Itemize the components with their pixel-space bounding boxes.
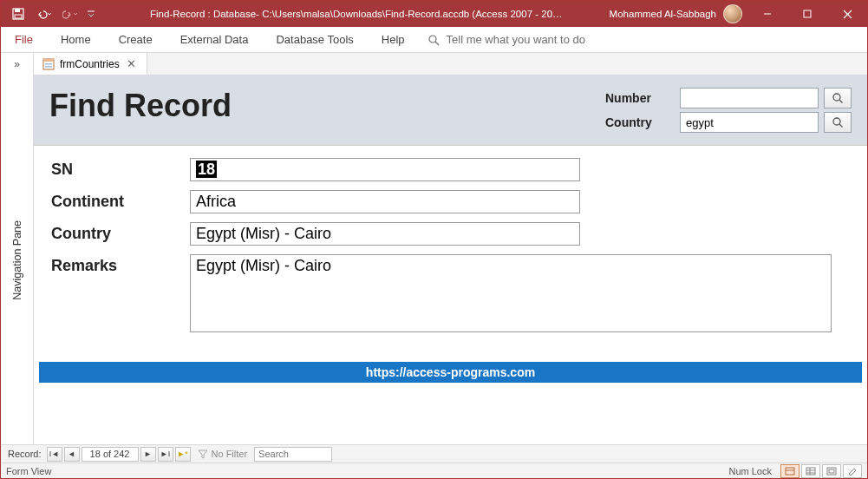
search-icon — [832, 92, 844, 104]
form-title: Find Record — [49, 88, 232, 124]
search-icon — [832, 116, 844, 128]
search-number-button[interactable] — [824, 88, 852, 108]
save-icon — [12, 8, 24, 20]
tab-frmcountries[interactable]: frmCountries ✕ — [34, 53, 147, 75]
undo-button[interactable] — [32, 3, 56, 25]
last-record-button[interactable]: ►I — [158, 447, 173, 462]
svg-rect-11 — [43, 59, 54, 62]
save-button[interactable] — [6, 3, 30, 25]
country-label: Country — [51, 222, 190, 243]
numlock-indicator: Num Lock — [728, 466, 772, 476]
search-number-input[interactable] — [680, 88, 819, 108]
tell-me-label: Tell me what you want to do — [447, 33, 585, 46]
close-icon — [843, 10, 852, 19]
layout-view-button[interactable] — [822, 464, 841, 478]
close-button[interactable] — [827, 1, 867, 27]
window-controls — [747, 1, 867, 27]
search-country-input[interactable] — [680, 112, 819, 133]
form-view-icon — [785, 467, 795, 476]
continent-label: Continent — [51, 190, 190, 211]
menu-bar: File Home Create External Data Database … — [1, 27, 867, 53]
remarks-field[interactable]: Egypt (Misr) - Cairo — [190, 254, 832, 332]
first-record-button[interactable]: I◄ — [47, 447, 62, 462]
filter-label: No Filter — [212, 449, 248, 459]
filter-icon — [198, 449, 208, 459]
tab-strip: frmCountries ✕ — [34, 53, 867, 75]
record-navigator: Record: I◄ ◄ 18 of 242 ► ►I ►* No Filter — [1, 444, 867, 463]
svg-rect-18 — [786, 468, 794, 475]
qat-customize-button[interactable] — [84, 3, 98, 25]
svg-rect-12 — [45, 63, 52, 65]
sn-value: 18 — [196, 161, 217, 178]
svg-point-16 — [833, 118, 840, 125]
menu-database-tools[interactable]: Database Tools — [262, 27, 367, 52]
datasheet-view-button[interactable] — [801, 464, 820, 478]
sn-field[interactable]: 18 — [190, 158, 580, 181]
continent-field[interactable]: Africa — [190, 190, 580, 213]
menu-home[interactable]: Home — [47, 27, 105, 52]
tab-label: frmCountries — [60, 58, 120, 70]
form-header: Find Record Number Country — [34, 75, 867, 146]
form-view-button[interactable] — [780, 464, 799, 478]
svg-line-17 — [839, 124, 843, 128]
maximize-button[interactable] — [787, 1, 827, 27]
chevron-down-icon — [87, 10, 95, 18]
svg-rect-13 — [45, 66, 52, 68]
expand-navpane-button[interactable]: » — [1, 53, 33, 75]
navigation-pane[interactable]: » Navigation Pane — [1, 53, 34, 444]
menu-help[interactable]: Help — [368, 27, 419, 52]
navpane-label: Navigation Pane — [11, 220, 23, 300]
avatar — [723, 4, 742, 23]
tell-me-search[interactable]: Tell me what you want to do — [419, 27, 594, 52]
view-switcher — [780, 464, 862, 478]
datasheet-icon — [806, 467, 816, 476]
recordnav-search[interactable] — [254, 447, 332, 462]
menu-create[interactable]: Create — [105, 27, 166, 52]
recordnav-label: Record: — [4, 449, 45, 459]
svg-line-15 — [839, 100, 843, 103]
design-view-button[interactable] — [843, 464, 862, 478]
undo-icon — [36, 9, 52, 19]
svg-rect-5 — [804, 10, 811, 17]
tab-close-button[interactable]: ✕ — [125, 57, 138, 70]
next-record-button[interactable]: ► — [140, 447, 156, 462]
footer-link[interactable]: https://access-programs.com — [39, 362, 862, 383]
user-name: Mohammed Al-Sabbagh — [610, 9, 716, 19]
search-icon — [427, 34, 440, 46]
svg-rect-2 — [15, 15, 22, 18]
title-bar: Find-Record : Database- C:\Users\malsa\D… — [1, 1, 867, 27]
workspace: » Navigation Pane frmCountries ✕ Find Re… — [1, 53, 867, 444]
search-country-label: Country — [605, 115, 675, 129]
user-badge[interactable]: Mohammed Al-Sabbagh — [610, 4, 747, 23]
svg-point-14 — [833, 94, 840, 101]
redo-icon — [62, 9, 78, 19]
country-field[interactable]: Egypt (Misr) - Cairo — [190, 222, 580, 246]
menu-file[interactable]: File — [1, 27, 47, 52]
svg-rect-20 — [806, 468, 815, 475]
new-record-button[interactable]: ►* — [175, 447, 191, 462]
window-title: Find-Record : Database- C:\Users\malsa\D… — [103, 9, 610, 19]
remarks-label: Remarks — [51, 254, 190, 275]
status-left: Form View — [6, 466, 51, 476]
layout-icon — [826, 467, 837, 476]
record-counter[interactable]: 18 of 242 — [82, 447, 139, 462]
prev-record-button[interactable]: ◄ — [64, 447, 80, 462]
minimize-icon — [763, 10, 772, 18]
svg-rect-25 — [829, 469, 834, 473]
filter-indicator[interactable]: No Filter — [193, 449, 253, 459]
menu-external-data[interactable]: External Data — [166, 27, 263, 52]
design-icon — [847, 467, 858, 476]
svg-rect-1 — [15, 9, 20, 12]
sn-label: SN — [51, 158, 190, 179]
maximize-icon — [803, 10, 812, 18]
svg-point-8 — [429, 36, 436, 43]
search-country-button[interactable] — [824, 112, 852, 133]
form-viewport: Find Record Number Country SN — [34, 75, 867, 444]
status-bar: Form View Num Lock — [1, 463, 867, 479]
search-number-label: Number — [605, 91, 675, 105]
document-area: frmCountries ✕ Find Record Number Countr… — [34, 53, 867, 444]
form-body: SN 18 Continent Africa Country Egypt (Mi… — [34, 146, 867, 353]
redo-button[interactable] — [58, 3, 82, 25]
minimize-button[interactable] — [747, 1, 787, 27]
quick-access-toolbar — [1, 3, 103, 25]
